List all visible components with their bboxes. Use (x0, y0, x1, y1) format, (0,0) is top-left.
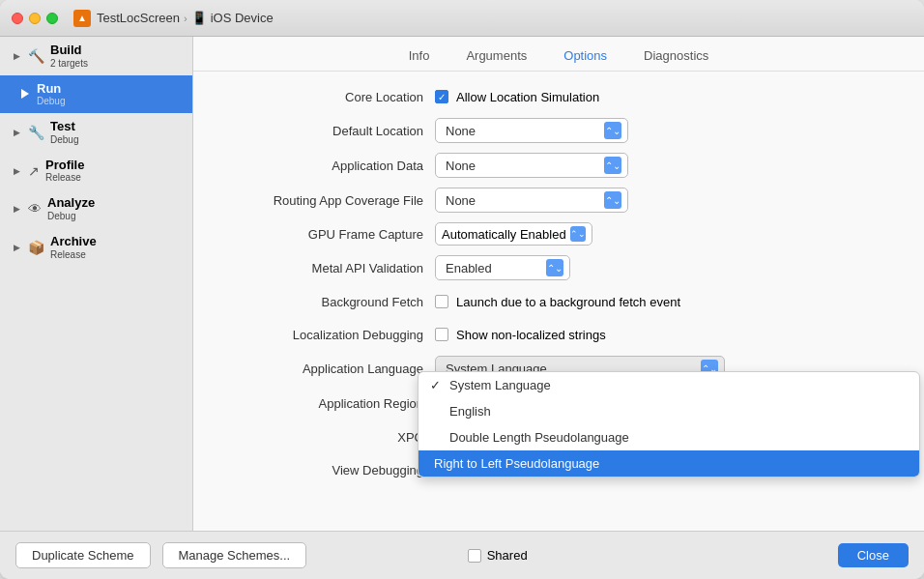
gpu-frame-row: GPU Frame Capture Automatically Enabled … (222, 222, 895, 246)
manage-schemes-button[interactable]: Manage Schemes... (162, 542, 307, 568)
shared-container: Shared (468, 548, 528, 563)
shared-checkbox[interactable] (468, 549, 481, 563)
sidebar: ▶ 🔨 Build 2 targets Run Debug ▶ 🔧 (0, 37, 193, 531)
test-text: Test Debug (50, 119, 78, 146)
test-title: Test (50, 119, 78, 134)
tab-diagnostics[interactable]: Diagnostics (640, 46, 712, 65)
profile-subtitle: Release (45, 172, 84, 184)
sidebar-item-profile[interactable]: ▶ ↗ Profile Release (0, 152, 192, 190)
localization-row: Localization Debugging Show non-localize… (222, 323, 895, 346)
xpc-label: XPC (222, 430, 435, 445)
localization-control: Show non-localized strings (435, 328, 895, 342)
sidebar-item-test[interactable]: ▶ 🔧 Test Debug (0, 113, 192, 152)
archive-subtitle: Release (50, 249, 97, 261)
localization-text: Show non-localized strings (456, 328, 606, 342)
metal-api-label: Metal API Validation (222, 261, 435, 275)
run-title: Run (37, 81, 65, 97)
analyze-title: Analyze (47, 195, 95, 211)
allow-location-checkbox[interactable] (435, 90, 448, 103)
hammer-icon: 🔨 (28, 48, 44, 64)
expand-arrow-build: ▶ (14, 51, 20, 61)
metal-api-select[interactable]: Enabled ⌃⌄ (435, 255, 570, 280)
localization-checkbox[interactable] (435, 328, 448, 341)
application-data-select[interactable]: None ⌃⌄ (435, 153, 628, 178)
traffic-lights (12, 13, 58, 24)
application-data-control: None ⌃⌄ (435, 153, 895, 178)
tab-arguments[interactable]: Arguments (462, 46, 531, 65)
dropdown-item-rtl-label: Right to Left Pseudolanguage (434, 456, 599, 471)
background-fetch-row: Background Fetch Launch due to a backgro… (222, 290, 895, 313)
project-name: TestLocScreen (97, 11, 180, 25)
settings-area: Core Location Allow Location Simulation … (193, 72, 924, 531)
title-text: TestLocScreen › 📱 iOS Device (97, 11, 274, 25)
routing-app-arrow: ⌃⌄ (604, 191, 621, 209)
localization-label: Localization Debugging (222, 328, 435, 342)
application-data-value: None (446, 159, 476, 173)
test-subtitle: Debug (50, 134, 78, 146)
metal-api-value: Enabled (446, 261, 492, 275)
application-data-row: Application Data None ⌃⌄ (222, 153, 895, 178)
dropdown-item-rtl[interactable]: Right to Left Pseudolanguage (419, 450, 919, 477)
sidebar-item-run[interactable]: Run Debug (0, 75, 192, 114)
default-location-arrow: ⌃⌄ (604, 122, 621, 139)
play-icon (21, 86, 31, 101)
close-button[interactable]: Close (838, 543, 909, 567)
application-data-label: Application Data (222, 159, 435, 173)
default-location-label: Default Location (222, 124, 435, 138)
tabs-bar: Info Arguments Options Diagnostics (193, 37, 924, 72)
device-icon: 📱 (191, 11, 207, 25)
allow-location-text: Allow Location Simulation (456, 90, 599, 104)
build-text: Build 2 targets (50, 43, 88, 70)
analyze-subtitle: Debug (47, 211, 95, 222)
gpu-frame-control: Automatically Enabled ⌃⌄ (435, 222, 895, 246)
gpu-frame-label: GPU Frame Capture (222, 227, 435, 242)
tab-options[interactable]: Options (560, 46, 611, 65)
maximize-traffic-light[interactable] (46, 13, 58, 24)
view-debugging-label: View Debugging (222, 463, 435, 478)
app-region-label: Application Region (222, 396, 435, 411)
background-fetch-text: Launch due to a background fetch event (456, 295, 680, 309)
routing-app-control: None ⌃⌄ (435, 188, 895, 213)
minimize-traffic-light[interactable] (29, 13, 41, 24)
background-fetch-checkbox[interactable] (435, 295, 448, 308)
default-location-row: Default Location None ⌃⌄ (222, 118, 895, 143)
gpu-frame-arrow: ⌃⌄ (570, 226, 586, 242)
expand-arrow-profile: ▶ (14, 166, 20, 176)
build-subtitle: 2 targets (50, 58, 88, 70)
routing-app-select[interactable]: None ⌃⌄ (435, 188, 628, 213)
expand-arrow-test: ▶ (14, 128, 20, 137)
duplicate-scheme-button[interactable]: Duplicate Scheme (15, 542, 151, 568)
archive-text: Archive Release (50, 234, 97, 261)
footer: Duplicate Scheme Manage Schemes... Share… (0, 531, 924, 579)
tab-info[interactable]: Info (405, 46, 434, 65)
background-fetch-control: Launch due to a background fetch event (435, 295, 895, 309)
close-traffic-light[interactable] (12, 13, 23, 24)
default-location-select[interactable]: None ⌃⌄ (435, 118, 628, 143)
expand-arrow-archive: ▶ (14, 243, 20, 252)
dropdown-item-english[interactable]: English (419, 398, 919, 424)
background-fetch-label: Background Fetch (222, 295, 435, 309)
default-location-value: None (446, 124, 476, 138)
shared-label: Shared (487, 548, 528, 563)
profile-text: Profile Release (45, 158, 84, 185)
gpu-frame-select[interactable]: Automatically Enabled ⌃⌄ (435, 222, 592, 246)
right-panel: Info Arguments Options Diagnostics Core … (193, 37, 924, 531)
sidebar-item-archive[interactable]: ▶ 📦 Archive Release (0, 228, 192, 267)
sidebar-item-analyze[interactable]: ▶ 👁 Analyze Debug (0, 189, 192, 228)
run-subtitle: Debug (37, 96, 65, 107)
default-location-control: None ⌃⌄ (435, 118, 895, 143)
sidebar-item-build[interactable]: ▶ 🔨 Build 2 targets (0, 37, 192, 75)
dropdown-item-double-label: Double Length Pseudolanguage (449, 430, 629, 445)
core-location-row: Core Location Allow Location Simulation (222, 85, 895, 108)
dropdown-item-english-label: English (449, 404, 491, 419)
app-icon: ▲ (73, 10, 91, 27)
main-window: ▲ TestLocScreen › 📱 iOS Device ▶ 🔨 Build… (0, 0, 924, 579)
routing-app-value: None (446, 193, 476, 208)
build-title: Build (50, 43, 88, 58)
title-chevron: › (184, 13, 188, 24)
main-content: ▶ 🔨 Build 2 targets Run Debug ▶ 🔧 (0, 37, 924, 531)
expand-arrow-analyze: ▶ (14, 204, 20, 214)
routing-app-label: Routing App Coverage File (222, 193, 435, 208)
dropdown-item-system[interactable]: System Language (419, 372, 919, 398)
dropdown-item-double[interactable]: Double Length Pseudolanguage (419, 424, 919, 450)
